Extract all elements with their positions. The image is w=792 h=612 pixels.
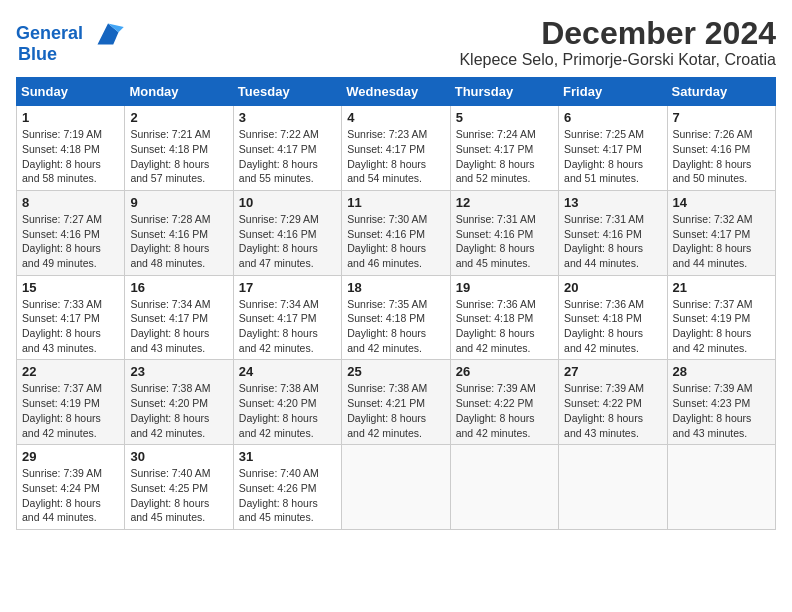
table-row: 25Sunrise: 7:38 AMSunset: 4:21 PMDayligh… (342, 360, 450, 445)
day-detail: Sunrise: 7:21 AMSunset: 4:18 PMDaylight:… (130, 127, 227, 186)
day-number: 25 (347, 364, 444, 379)
table-row: 9Sunrise: 7:28 AMSunset: 4:16 PMDaylight… (125, 190, 233, 275)
day-number: 7 (673, 110, 770, 125)
day-number: 20 (564, 280, 661, 295)
calendar-week-3: 15Sunrise: 7:33 AMSunset: 4:17 PMDayligh… (17, 275, 776, 360)
day-number: 2 (130, 110, 227, 125)
page-header: General Blue December 2024 Klepece Selo,… (16, 16, 776, 69)
day-detail: Sunrise: 7:39 AMSunset: 4:24 PMDaylight:… (22, 466, 119, 525)
day-number: 5 (456, 110, 553, 125)
table-row: 31Sunrise: 7:40 AMSunset: 4:26 PMDayligh… (233, 445, 341, 530)
day-detail: Sunrise: 7:37 AMSunset: 4:19 PMDaylight:… (673, 297, 770, 356)
col-thursday: Thursday (450, 78, 558, 106)
day-detail: Sunrise: 7:29 AMSunset: 4:16 PMDaylight:… (239, 212, 336, 271)
table-row: 14Sunrise: 7:32 AMSunset: 4:17 PMDayligh… (667, 190, 775, 275)
day-number: 26 (456, 364, 553, 379)
day-detail: Sunrise: 7:28 AMSunset: 4:16 PMDaylight:… (130, 212, 227, 271)
day-number: 6 (564, 110, 661, 125)
table-row: 19Sunrise: 7:36 AMSunset: 4:18 PMDayligh… (450, 275, 558, 360)
calendar-week-4: 22Sunrise: 7:37 AMSunset: 4:19 PMDayligh… (17, 360, 776, 445)
day-detail: Sunrise: 7:27 AMSunset: 4:16 PMDaylight:… (22, 212, 119, 271)
day-number: 9 (130, 195, 227, 210)
day-number: 19 (456, 280, 553, 295)
logo: General Blue (16, 20, 126, 65)
table-row: 6Sunrise: 7:25 AMSunset: 4:17 PMDaylight… (559, 106, 667, 191)
col-friday: Friday (559, 78, 667, 106)
day-detail: Sunrise: 7:25 AMSunset: 4:17 PMDaylight:… (564, 127, 661, 186)
day-detail: Sunrise: 7:23 AMSunset: 4:17 PMDaylight:… (347, 127, 444, 186)
day-detail: Sunrise: 7:38 AMSunset: 4:20 PMDaylight:… (130, 381, 227, 440)
calendar-header-row: Sunday Monday Tuesday Wednesday Thursday… (17, 78, 776, 106)
calendar-week-1: 1Sunrise: 7:19 AMSunset: 4:18 PMDaylight… (17, 106, 776, 191)
table-row: 18Sunrise: 7:35 AMSunset: 4:18 PMDayligh… (342, 275, 450, 360)
table-row: 12Sunrise: 7:31 AMSunset: 4:16 PMDayligh… (450, 190, 558, 275)
day-number: 1 (22, 110, 119, 125)
day-number: 12 (456, 195, 553, 210)
day-number: 28 (673, 364, 770, 379)
day-detail: Sunrise: 7:33 AMSunset: 4:17 PMDaylight:… (22, 297, 119, 356)
table-row (667, 445, 775, 530)
table-row (450, 445, 558, 530)
day-number: 22 (22, 364, 119, 379)
day-number: 10 (239, 195, 336, 210)
table-row: 7Sunrise: 7:26 AMSunset: 4:16 PMDaylight… (667, 106, 775, 191)
table-row: 13Sunrise: 7:31 AMSunset: 4:16 PMDayligh… (559, 190, 667, 275)
day-number: 29 (22, 449, 119, 464)
day-detail: Sunrise: 7:39 AMSunset: 4:22 PMDaylight:… (564, 381, 661, 440)
day-number: 18 (347, 280, 444, 295)
table-row: 29Sunrise: 7:39 AMSunset: 4:24 PMDayligh… (17, 445, 125, 530)
table-row: 15Sunrise: 7:33 AMSunset: 4:17 PMDayligh… (17, 275, 125, 360)
table-row: 17Sunrise: 7:34 AMSunset: 4:17 PMDayligh… (233, 275, 341, 360)
day-detail: Sunrise: 7:31 AMSunset: 4:16 PMDaylight:… (456, 212, 553, 271)
calendar-week-2: 8Sunrise: 7:27 AMSunset: 4:16 PMDaylight… (17, 190, 776, 275)
col-wednesday: Wednesday (342, 78, 450, 106)
table-row (559, 445, 667, 530)
table-row: 10Sunrise: 7:29 AMSunset: 4:16 PMDayligh… (233, 190, 341, 275)
day-number: 13 (564, 195, 661, 210)
table-row: 20Sunrise: 7:36 AMSunset: 4:18 PMDayligh… (559, 275, 667, 360)
day-number: 17 (239, 280, 336, 295)
table-row: 3Sunrise: 7:22 AMSunset: 4:17 PMDaylight… (233, 106, 341, 191)
day-detail: Sunrise: 7:35 AMSunset: 4:18 PMDaylight:… (347, 297, 444, 356)
col-saturday: Saturday (667, 78, 775, 106)
day-detail: Sunrise: 7:37 AMSunset: 4:19 PMDaylight:… (22, 381, 119, 440)
day-detail: Sunrise: 7:32 AMSunset: 4:17 PMDaylight:… (673, 212, 770, 271)
day-number: 27 (564, 364, 661, 379)
calendar-table: Sunday Monday Tuesday Wednesday Thursday… (16, 77, 776, 530)
day-number: 24 (239, 364, 336, 379)
day-detail: Sunrise: 7:39 AMSunset: 4:22 PMDaylight:… (456, 381, 553, 440)
day-detail: Sunrise: 7:34 AMSunset: 4:17 PMDaylight:… (130, 297, 227, 356)
col-sunday: Sunday (17, 78, 125, 106)
day-detail: Sunrise: 7:22 AMSunset: 4:17 PMDaylight:… (239, 127, 336, 186)
day-detail: Sunrise: 7:19 AMSunset: 4:18 PMDaylight:… (22, 127, 119, 186)
table-row: 24Sunrise: 7:38 AMSunset: 4:20 PMDayligh… (233, 360, 341, 445)
day-number: 31 (239, 449, 336, 464)
table-row: 26Sunrise: 7:39 AMSunset: 4:22 PMDayligh… (450, 360, 558, 445)
day-detail: Sunrise: 7:24 AMSunset: 4:17 PMDaylight:… (456, 127, 553, 186)
table-row: 4Sunrise: 7:23 AMSunset: 4:17 PMDaylight… (342, 106, 450, 191)
page-subtitle: Klepece Selo, Primorje-Gorski Kotar, Cro… (459, 51, 776, 69)
table-row: 21Sunrise: 7:37 AMSunset: 4:19 PMDayligh… (667, 275, 775, 360)
day-number: 4 (347, 110, 444, 125)
day-number: 8 (22, 195, 119, 210)
table-row (342, 445, 450, 530)
table-row: 1Sunrise: 7:19 AMSunset: 4:18 PMDaylight… (17, 106, 125, 191)
day-detail: Sunrise: 7:39 AMSunset: 4:23 PMDaylight:… (673, 381, 770, 440)
calendar-week-5: 29Sunrise: 7:39 AMSunset: 4:24 PMDayligh… (17, 445, 776, 530)
day-number: 15 (22, 280, 119, 295)
day-detail: Sunrise: 7:38 AMSunset: 4:20 PMDaylight:… (239, 381, 336, 440)
table-row: 23Sunrise: 7:38 AMSunset: 4:20 PMDayligh… (125, 360, 233, 445)
col-monday: Monday (125, 78, 233, 106)
title-block: December 2024 Klepece Selo, Primorje-Gor… (459, 16, 776, 69)
table-row: 8Sunrise: 7:27 AMSunset: 4:16 PMDaylight… (17, 190, 125, 275)
day-detail: Sunrise: 7:31 AMSunset: 4:16 PMDaylight:… (564, 212, 661, 271)
table-row: 16Sunrise: 7:34 AMSunset: 4:17 PMDayligh… (125, 275, 233, 360)
day-number: 16 (130, 280, 227, 295)
table-row: 5Sunrise: 7:24 AMSunset: 4:17 PMDaylight… (450, 106, 558, 191)
day-number: 11 (347, 195, 444, 210)
col-tuesday: Tuesday (233, 78, 341, 106)
day-detail: Sunrise: 7:26 AMSunset: 4:16 PMDaylight:… (673, 127, 770, 186)
page-title: December 2024 (459, 16, 776, 51)
day-detail: Sunrise: 7:36 AMSunset: 4:18 PMDaylight:… (564, 297, 661, 356)
day-detail: Sunrise: 7:34 AMSunset: 4:17 PMDaylight:… (239, 297, 336, 356)
